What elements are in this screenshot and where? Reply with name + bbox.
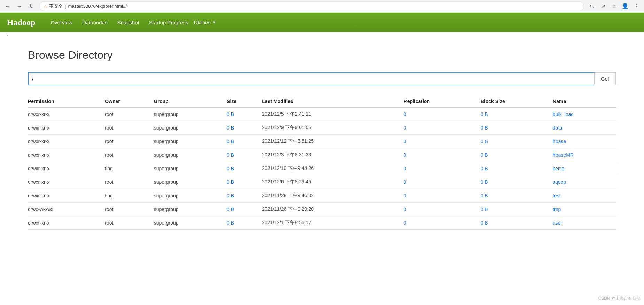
cell-permission: drwxr-xr-x	[28, 135, 105, 148]
cell-block-size: 0 B	[481, 216, 553, 230]
name-link[interactable]: hbase	[553, 139, 566, 144]
cell-permission: drwxr-xr-x	[28, 148, 105, 162]
cell-block-size: 0 B	[481, 175, 553, 189]
name-link[interactable]: data	[553, 125, 562, 131]
cell-name[interactable]: kettle	[553, 162, 616, 175]
bookmark-button[interactable]: ☆	[609, 1, 619, 11]
cell-owner: root	[105, 203, 154, 216]
cell-replication: 0	[404, 203, 481, 216]
page-title: Browse Directory	[28, 49, 616, 62]
nav-item-snapshot[interactable]: Snapshot	[113, 19, 143, 25]
share-button[interactable]: ↗	[598, 1, 608, 11]
cell-block-size: 0 B	[481, 121, 553, 135]
col-header-permission: Permission	[28, 96, 105, 107]
cell-last-modified: 2021/12/10 下午9:44:26	[262, 162, 403, 175]
cell-size: 0 B	[227, 162, 262, 175]
cell-permission: drwxr-xr-x	[28, 175, 105, 189]
menu-button[interactable]: ⋮	[631, 1, 641, 11]
cell-name[interactable]: data	[553, 121, 616, 135]
nav-link-startup-progress[interactable]: Startup Progress	[145, 17, 193, 28]
cell-block-size: 0 B	[481, 189, 553, 203]
table-body: drwxr-xr-x root supergroup 0 B 2021/12/5…	[28, 107, 616, 230]
main-content: Browse Directory Go! Permission Owner Gr…	[0, 38, 644, 251]
cell-name[interactable]: user	[553, 216, 616, 230]
cell-name[interactable]: test	[553, 189, 616, 203]
cell-name[interactable]: sqoop	[553, 175, 616, 189]
cell-name[interactable]: hbaseMR	[553, 148, 616, 162]
go-button[interactable]: Go!	[594, 72, 616, 85]
cell-name[interactable]: tmp	[553, 203, 616, 216]
back-button[interactable]: ←	[3, 1, 13, 11]
directory-table: Permission Owner Group Size Last Modifie…	[28, 96, 616, 230]
forward-button[interactable]: →	[15, 1, 24, 11]
security-warning-icon: △	[44, 3, 47, 9]
cell-owner: root	[105, 175, 154, 189]
browser-actions: ⇆ ↗ ☆ 👤 ⋮	[587, 1, 641, 11]
col-header-last-modified: Last Modified	[262, 96, 403, 107]
cell-permission: drwxr-xr-x	[28, 121, 105, 135]
cell-owner: root	[105, 148, 154, 162]
table-header: Permission Owner Group Size Last Modifie…	[28, 96, 616, 107]
cell-group: supergroup	[154, 189, 227, 203]
browser-controls: ← → ↻	[3, 1, 36, 11]
table-row: drwxr-xr-x root supergroup 0 B 2021/12/1…	[28, 135, 616, 148]
browser-chrome: ← → ↻ △ 不安全 | master:50070/explorer.html…	[0, 0, 644, 13]
nav-item-utilities[interactable]: Utilities ▼	[194, 14, 216, 31]
utilities-label: Utilities	[194, 19, 210, 25]
cell-block-size: 0 B	[481, 148, 553, 162]
cell-block-size: 0 B	[481, 107, 553, 121]
sub-header-dot: ·	[7, 33, 8, 38]
cell-replication: 0	[404, 162, 481, 175]
name-link[interactable]: test	[553, 193, 561, 198]
nav-link-overview[interactable]: Overview	[46, 17, 77, 28]
name-link[interactable]: kettle	[553, 166, 564, 171]
table-row: drwxr-xr-x ting supergroup 0 B 2021/11/2…	[28, 189, 616, 203]
cell-name[interactable]: hbase	[553, 135, 616, 148]
cell-size: 0 B	[227, 107, 262, 121]
nav-link-utilities[interactable]: Utilities ▼	[194, 11, 216, 34]
nav-link-snapshot[interactable]: Snapshot	[113, 17, 143, 28]
name-link[interactable]: user	[553, 220, 562, 226]
nav-item-datanodes[interactable]: Datanodes	[78, 19, 112, 25]
cell-group: supergroup	[154, 148, 227, 162]
name-link[interactable]: sqoop	[553, 179, 566, 185]
navbar-brand: Hadoop	[7, 18, 35, 27]
profile-button[interactable]: 👤	[620, 1, 630, 11]
col-header-owner: Owner	[105, 96, 154, 107]
address-bar[interactable]: △ 不安全 | master:50070/explorer.html#/	[39, 1, 584, 11]
cell-permission: drwxr-xr-x	[28, 216, 105, 230]
nav-item-startup-progress[interactable]: Startup Progress	[145, 19, 193, 25]
table-row: drwx-wx-wx root supergroup 0 B 2021/11/2…	[28, 203, 616, 216]
cell-group: supergroup	[154, 203, 227, 216]
table-row: drwxr-xr-x root supergroup 0 B 2021/12/3…	[28, 148, 616, 162]
nav-item-overview[interactable]: Overview	[46, 19, 77, 25]
cell-last-modified: 2021/12/3 下午8:31:33	[262, 148, 403, 162]
url-display: master:50070/explorer.html#/	[68, 3, 126, 9]
path-input[interactable]	[28, 72, 594, 85]
cell-group: supergroup	[154, 107, 227, 121]
cell-last-modified: 2021/11/28 上午9:46:02	[262, 189, 403, 203]
utilities-caret-icon: ▼	[212, 20, 216, 24]
name-link[interactable]: hbaseMR	[553, 152, 574, 158]
cell-name[interactable]: bulk_load	[553, 107, 616, 121]
nav-link-datanodes[interactable]: Datanodes	[78, 17, 112, 28]
reload-button[interactable]: ↻	[26, 1, 36, 11]
cell-permission: drwxr-xr-x	[28, 107, 105, 121]
table-header-row: Permission Owner Group Size Last Modifie…	[28, 96, 616, 107]
sub-header: ·	[0, 32, 644, 38]
cell-owner: ting	[105, 162, 154, 175]
name-link[interactable]: bulk_load	[553, 111, 574, 117]
col-header-group: Group	[154, 96, 227, 107]
cell-owner: root	[105, 107, 154, 121]
cell-replication: 0	[404, 189, 481, 203]
col-header-replication: Replication	[404, 96, 481, 107]
cell-size: 0 B	[227, 203, 262, 216]
translate-button[interactable]: ⇆	[587, 1, 597, 11]
cell-block-size: 0 B	[481, 162, 553, 175]
cell-replication: 0	[404, 175, 481, 189]
name-link[interactable]: tmp	[553, 206, 561, 212]
cell-last-modified: 2021/12/1 下午8:55:17	[262, 216, 403, 230]
cell-permission: drwxr-xr-x	[28, 162, 105, 175]
cell-last-modified: 2021/12/12 下午3:51:25	[262, 135, 403, 148]
insecure-label: 不安全	[49, 3, 63, 9]
